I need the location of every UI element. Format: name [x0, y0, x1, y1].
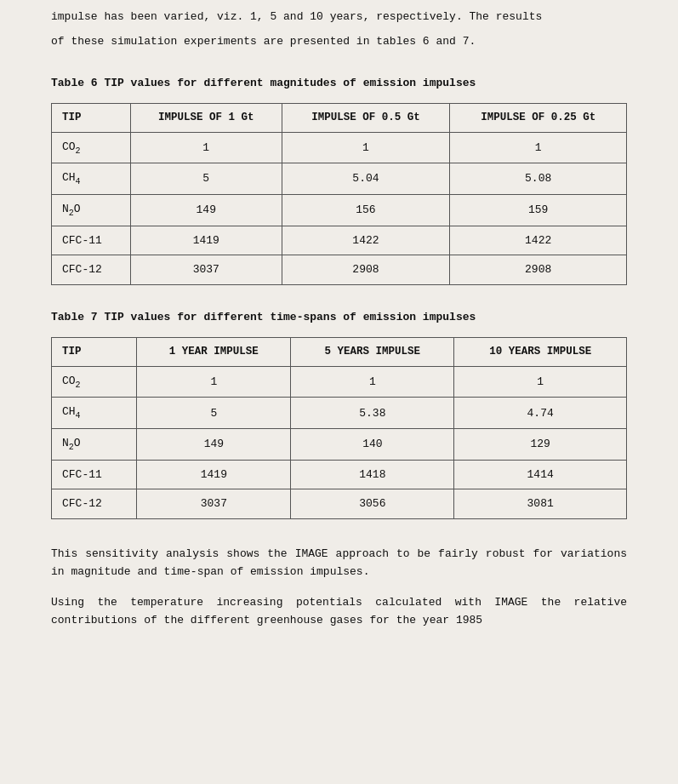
- val-cfc11-10yr: 1414: [454, 460, 627, 489]
- val-co2-1gt: 1: [130, 132, 282, 163]
- val-cfc11-1gt: 1419: [130, 226, 282, 255]
- val-n2o-025gt: 159: [450, 195, 627, 226]
- val-n2o-1gt: 149: [130, 195, 282, 226]
- conclusion-para1: This sensitivity analysis shows the IMAG…: [51, 545, 627, 581]
- val-ch4-1gt: 5: [130, 163, 282, 195]
- gas-cfc12: CFC-12: [52, 255, 131, 285]
- val-co2-5yr: 1: [291, 366, 454, 398]
- table7-col-tip: TIP: [52, 338, 137, 367]
- val-cfc12-05gt: 2908: [282, 255, 450, 285]
- table7-header-row: TIP 1 YEAR IMPULSE 5 YEARS IMPULSE 10 YE…: [52, 338, 627, 367]
- table6: TIP IMPULSE OF 1 Gt IMPULSE OF 0.5 Gt IM…: [51, 103, 627, 285]
- val-ch4-10yr: 4.74: [454, 398, 627, 429]
- val-ch4-025gt: 5.08: [450, 163, 627, 195]
- table7-col-1yr: 1 YEAR IMPULSE: [137, 338, 291, 367]
- table-row: N2O 149 140 129: [52, 429, 627, 461]
- table-row: CFC-11 1419 1422 1422: [52, 226, 627, 255]
- table6-header-row: TIP IMPULSE OF 1 Gt IMPULSE OF 0.5 Gt IM…: [52, 104, 627, 133]
- gas-n2o: N2O: [52, 195, 131, 226]
- table7-col-10yr: 10 YEARS IMPULSE: [454, 338, 627, 367]
- val-cfc12-025gt: 2908: [450, 255, 627, 285]
- val-cfc12-1yr: 3037: [137, 489, 291, 519]
- gas-ch4: CH4: [52, 163, 131, 195]
- table6-col-tip: TIP: [52, 104, 131, 133]
- val-cfc12-1gt: 3037: [130, 255, 282, 285]
- val-cfc11-05gt: 1422: [282, 226, 450, 255]
- intro-line2: of these simulation experiments are pres…: [51, 33, 627, 51]
- val-n2o-10yr: 129: [454, 429, 627, 461]
- table-row: CFC-12 3037 3056 3081: [52, 489, 627, 519]
- table-row: N2O 149 156 159: [52, 195, 627, 226]
- val-co2-10yr: 1: [454, 366, 627, 398]
- val-n2o-1yr: 149: [137, 429, 291, 461]
- table-row: CH4 5 5.38 4.74: [52, 398, 627, 429]
- table7-section: Table 7 TIP values for different time-sp…: [51, 309, 627, 519]
- table6-title: Table 6 TIP values for different magnitu…: [51, 75, 627, 92]
- gas-co2-t7: CO2: [52, 366, 137, 398]
- gas-co2: CO2: [52, 132, 131, 163]
- val-cfc12-10yr: 3081: [454, 489, 627, 519]
- table6-col-05gt: IMPULSE OF 0.5 Gt: [282, 104, 450, 133]
- val-co2-025gt: 1: [450, 132, 627, 163]
- gas-cfc11-t7: CFC-11: [52, 460, 137, 489]
- table7-title: Table 7 TIP values for different time-sp…: [51, 309, 627, 326]
- table-row: CH4 5 5.04 5.08: [52, 163, 627, 195]
- val-cfc11-025gt: 1422: [450, 226, 627, 255]
- gas-cfc12-t7: CFC-12: [52, 489, 137, 519]
- table-row: CFC-11 1419 1418 1414: [52, 460, 627, 489]
- conclusion-section: This sensitivity analysis shows the IMAG…: [51, 545, 627, 630]
- conclusion-para2: Using the temperature increasing potenti…: [51, 593, 627, 630]
- val-n2o-05gt: 156: [282, 195, 450, 226]
- val-cfc12-5yr: 3056: [291, 489, 454, 519]
- table6-col-1gt: IMPULSE OF 1 Gt: [130, 104, 282, 133]
- val-co2-1yr: 1: [137, 366, 291, 398]
- gas-cfc11: CFC-11: [52, 226, 131, 255]
- val-ch4-5yr: 5.38: [291, 398, 454, 429]
- val-cfc11-1yr: 1419: [137, 460, 291, 489]
- intro-line1: impulse has been varied, viz. 1, 5 and 1…: [51, 9, 627, 26]
- gas-ch4-t7: CH4: [52, 398, 137, 429]
- table7: TIP 1 YEAR IMPULSE 5 YEARS IMPULSE 10 YE…: [51, 337, 627, 519]
- val-n2o-5yr: 140: [291, 429, 454, 461]
- val-ch4-05gt: 5.04: [282, 163, 450, 195]
- table6-section: Table 6 TIP values for different magnitu…: [51, 75, 627, 285]
- gas-n2o-t7: N2O: [52, 429, 137, 461]
- val-ch4-1yr: 5: [137, 398, 291, 429]
- table-row: CO2 1 1 1: [52, 366, 627, 398]
- val-cfc11-5yr: 1418: [291, 460, 454, 489]
- val-co2-05gt: 1: [282, 132, 450, 163]
- table-row: CFC-12 3037 2908 2908: [52, 255, 627, 285]
- table7-col-5yr: 5 YEARS IMPULSE: [291, 338, 454, 367]
- table6-col-025gt: IMPULSE OF 0.25 Gt: [450, 104, 627, 133]
- intro-paragraph: impulse has been varied, viz. 1, 5 and 1…: [51, 9, 627, 51]
- table-row: CO2 1 1 1: [52, 132, 627, 163]
